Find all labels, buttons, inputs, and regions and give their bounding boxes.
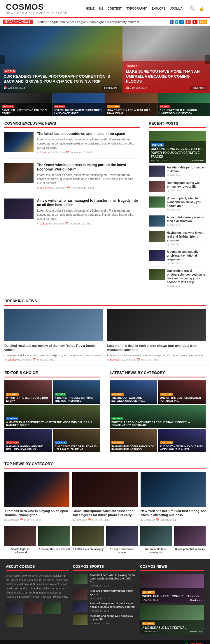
recent-list-title-7[interactable]: Our readers travel photography competiti…: [167, 269, 206, 284]
top-news-small-title-2[interactable]: A memorable live festival: [38, 548, 70, 551]
lc-card-1[interactable]: CULTURE THE IDEA OF WARFARE BETWEEN SCIE…: [110, 380, 157, 404]
breaking-card-title-2[interactable]: Last month's deal of tech giants shows t…: [107, 344, 206, 352]
recent-list-title-6[interactable]: A complex and usually unpleasant emotion…: [167, 250, 206, 261]
recent-list-title-3[interactable]: When to plant, what to plant and which w…: [167, 196, 206, 208]
hero-arrow-right[interactable]: ›: [205, 55, 210, 64]
thumb-item-1[interactable]: POLITICS A RATHER INTERESTING POLITICAL …: [0, 93, 52, 116]
hero-right-readmore[interactable]: Read More: [190, 86, 206, 90]
recent-list-title-2[interactable]: Running and eating well brings joy to yo…: [167, 181, 206, 189]
thumb-title-4: A JOURNEY TO THE LONDON UNDERGROUND STAT…: [160, 109, 208, 115]
exclusive-thumb-1[interactable]: [4, 132, 34, 152]
hero-left[interactable]: WORLD OUR READERS TRAVEL PHOTOGRAPHY COM…: [0, 26, 123, 93]
lc-card-3-wide[interactable]: SPORTS FOOTBALL LEAGUE AND SUPER LEAGUE …: [110, 405, 206, 428]
top-news-small-img-6[interactable]: [174, 526, 206, 546]
lc-card-5[interactable]: CULTURE THE BEST NEW FILM IS OUT THIS WE…: [158, 429, 206, 452]
top-news-title-2[interactable]: Global smartphone sales surpassed the sa…: [72, 509, 137, 517]
exclusive-title-1[interactable]: The latest launch countdown and mission …: [37, 132, 140, 136]
footer-feat2-readmore[interactable]: Read More: [190, 630, 202, 633]
search-icon[interactable]: 🔍: [190, 6, 195, 11]
thumb-item-4[interactable]: WORLD A JOURNEY TO THE LONDON UNDERGROUN…: [158, 93, 210, 116]
recent-list-title-1[interactable]: An admirable performance in Japan: [167, 166, 206, 173]
footer-sports-title-3[interactable]: Football League and Super League finally…: [90, 602, 136, 609]
nav-home[interactable]: HOME: [86, 7, 94, 10]
recent-featured[interactable]: CULTURE ONLY ONE SONG IS GIVING YOU THE …: [149, 131, 206, 163]
cv-item-1[interactable]: [6, 602, 23, 614]
youtube-icon[interactable]: ▶: [192, 20, 197, 24]
recent-list-thumb-3[interactable]: [149, 196, 165, 208]
hero-left-readmore[interactable]: Read More: [102, 86, 119, 90]
ec-card-4[interactable]: POLITICS MAHATMA GANDHI AND THE REAL MEA…: [4, 429, 52, 452]
exclusive-item-2: The Oscar-winning actress is taking part…: [4, 163, 140, 194]
footer-sports-title-2[interactable]: Kids are proudly serving the youth sport…: [90, 589, 136, 596]
ec-card-3-wide[interactable]: SCIENCE A MAN WHO IS COMMUNICATING WITH …: [4, 405, 100, 428]
top-news-small-title-1[interactable]: Sports Fight in Hollywood: [4, 548, 36, 554]
footer-sports-title-1[interactable]: A football hero who is playing on an ope…: [90, 574, 136, 584]
facebook-icon[interactable]: f: [170, 20, 174, 24]
footer-sports-title-4[interactable]: Running and eating well brings joy to yo…: [90, 615, 136, 621]
nav-explore[interactable]: EXPLORE: [151, 7, 165, 10]
hero-arrow-left[interactable]: ‹: [0, 55, 5, 64]
recent-list-title-5[interactable]: Having no idea who is your real and fait…: [167, 231, 206, 242]
top-news-title-3[interactable]: New York has been ranked first among 120…: [141, 509, 206, 517]
twitter-icon[interactable]: t: [175, 20, 178, 24]
cv-item-4[interactable]: [6, 615, 23, 627]
recent-list-thumb-2[interactable]: [149, 181, 165, 192]
exclusive-title-2[interactable]: The Oscar-winning actress is taking part…: [37, 163, 140, 172]
nav-typography[interactable]: TYPOGRAPHY: [126, 7, 147, 10]
ec-card-1[interactable]: CULTURE WHICH IS THE BEST COMIC DUO EVER…: [4, 380, 52, 404]
ec-card-5[interactable]: SCIENCE CHILDREN'S WAY OF PLAYING IS HEL…: [53, 429, 100, 452]
cv-item-2[interactable]: [25, 602, 42, 614]
footer-sports-img-2[interactable]: [73, 589, 88, 600]
recent-list-thumb-4[interactable]: [149, 215, 165, 227]
breaking-card-img-1[interactable]: [4, 309, 103, 341]
thumb-item-3[interactable]: CULTURE HOW TO STUDY FOR A TEST OR A FIN…: [105, 93, 158, 116]
nav-joomla[interactable]: JOOMLA: [170, 7, 183, 10]
top-news-img-3[interactable]: [141, 472, 206, 507]
ec-card-2[interactable]: SPORTS KIDS ARE PROUDLY SERVING THE YOUT…: [53, 380, 100, 404]
nav-k2[interactable]: K2: [99, 7, 103, 10]
googleplus-icon[interactable]: g+: [186, 20, 191, 24]
top-news-small-title-3[interactable]: A better life's philosophy: [72, 548, 104, 551]
thumb-item-2[interactable]: WORLD OVERFLOW OF WATER SUBMERGES LAND O…: [52, 93, 105, 116]
exclusive-thumb-2[interactable]: [4, 163, 34, 183]
breaking-card-img-2[interactable]: [107, 309, 206, 341]
footer-sports-img-4[interactable]: [73, 615, 88, 625]
nav-content[interactable]: CONTENT: [108, 7, 122, 10]
footer-sports-date-4: December 16, 2013: [90, 622, 136, 625]
footer-sports-img-3[interactable]: [73, 602, 88, 612]
rss-icon[interactable]: RSS: [199, 20, 207, 24]
recent-list-thumb-6[interactable]: [149, 250, 165, 261]
top-news-small-img-2[interactable]: [38, 526, 70, 546]
footer-featured-1[interactable]: CULTURE WHICH IS THE BEST COMIC DUO EVER…: [140, 574, 204, 603]
exclusive-title-3[interactable]: A new writer who has managed to transfor…: [37, 199, 140, 208]
top-news-img-1[interactable]: [4, 472, 69, 507]
top-news-small-img-4[interactable]: [106, 526, 138, 546]
lock-icon[interactable]: 🔒: [199, 6, 204, 11]
recent-list-thumb-5[interactable]: [149, 231, 165, 242]
thumbstrip: POLITICS A RATHER INTERESTING POLITICAL …: [0, 93, 210, 116]
breaking-card-title-1[interactable]: Detailed road test car review of the new…: [4, 344, 103, 352]
lc-card-2[interactable]: CULTURE ONE OF THE BEST CHARACTER PORTRA…: [158, 380, 206, 404]
top-news-small-img-5[interactable]: [140, 526, 172, 546]
top-news-small-title-6[interactable]: Oscar potential winners: [174, 548, 206, 551]
exclusive-excerpt-3: Lorem ipsum dolor sit amet, consectetur …: [37, 209, 140, 221]
hero-right[interactable]: WORLD MAKE SURE YOU HAVE MORE THAN AN UM…: [123, 26, 210, 93]
footer-featured-2[interactable]: CULTURE A MEMORABLE LIVE FESTIVAL 11th F…: [140, 605, 204, 634]
top-news-small-img-3[interactable]: [72, 526, 104, 546]
footer-sports-img-1[interactable]: [73, 574, 88, 584]
recent-list-thumb-7[interactable]: [149, 269, 165, 280]
footer-feat1-readmore[interactable]: Read More: [190, 599, 202, 601]
linkedin-icon[interactable]: in: [179, 20, 184, 24]
exclusive-thumb-3[interactable]: [4, 199, 34, 219]
top-news-img-2[interactable]: [72, 472, 137, 507]
lc-card-4[interactable]: CULTURE FAMOUS FOR BEING FAMOUS OR FAMOU…: [110, 429, 157, 452]
top-news-small-title-4[interactable]: An open stress free space: [106, 548, 138, 554]
top-news-small-img-1[interactable]: [4, 526, 36, 546]
recent-list-title-4[interactable]: A beautiful journey is more than a desti…: [167, 215, 206, 223]
top-news-small-title-5[interactable]: Nature at its best moments: [140, 548, 172, 554]
top-news-title-1[interactable]: A football hero who is playing on an ope…: [4, 509, 69, 517]
recent-list-thumb-1[interactable]: [149, 166, 165, 177]
recent-featured-readmore[interactable]: Read More: [192, 159, 204, 162]
cv-item-3[interactable]: [44, 602, 61, 614]
ec-title-1: WHICH IS THE BEST COMIC DUO EVER?: [6, 396, 50, 403]
